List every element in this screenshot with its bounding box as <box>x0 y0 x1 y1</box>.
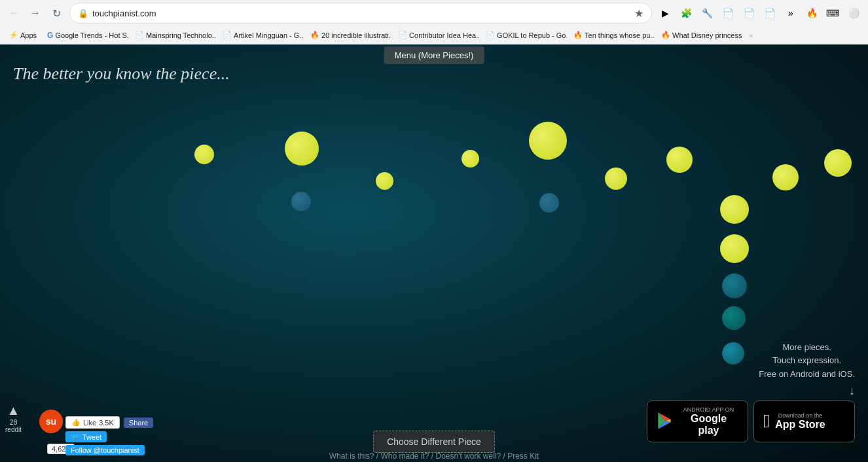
app-arrow: ↓ <box>849 384 855 398</box>
bottom-links: What is this? / Who made it? / Doesn't w… <box>329 452 539 461</box>
secure-icon: 🔒 <box>78 9 88 18</box>
fire2-icon: 🔥 <box>573 31 583 39</box>
thumbs-up-icon: 👍 <box>71 418 81 427</box>
more-tools-icon[interactable]: » <box>782 4 800 22</box>
bookmark-disney[interactable]: 🔥 What Disney princess... <box>657 29 742 41</box>
choose-piece-button[interactable]: Choose Different Piece <box>373 431 495 453</box>
bookmark-more[interactable]: » <box>745 30 757 41</box>
apps-icon: ⚡ <box>9 31 18 39</box>
note-dot-13[interactable] <box>720 234 749 263</box>
more-bookmarks-icon: » <box>749 31 753 39</box>
social-section: 👍 Like 3.5K Share 🐦 Tweet Follow @touchp… <box>65 416 153 455</box>
note-dot-6[interactable] <box>605 168 627 190</box>
social-row-3: Follow @touchpianist <box>65 445 153 455</box>
note-dot-8[interactable] <box>772 164 799 190</box>
reload-button[interactable]: ↻ <box>47 4 65 22</box>
social-row-2: 🐦 Tweet <box>65 431 153 442</box>
tool3-icon[interactable]: 📄 <box>740 4 758 22</box>
stumbleupon-button[interactable]: su <box>39 410 63 433</box>
reddit-icon: ▲ <box>7 403 20 418</box>
keyboard-icon[interactable]: ⌨ <box>823 4 842 22</box>
google-play-large-text: Google play <box>679 413 738 436</box>
nav-buttons: ← → ↻ <box>5 4 65 22</box>
tool2-icon[interactable]: 📄 <box>719 4 737 22</box>
address-bar[interactable]: 🔒 touchpianist.com ★ <box>69 3 652 24</box>
note-dot-3[interactable] <box>376 172 393 190</box>
gokil-icon: 📄 <box>486 31 495 39</box>
note-dot-14[interactable] <box>722 274 747 298</box>
google-play-small-text: ANDROID APP ON <box>679 406 738 413</box>
twitter-follow-button[interactable]: Follow @touchpianist <box>65 445 145 455</box>
extensions-icon[interactable]: 🧩 <box>677 4 695 22</box>
bookmark-mainspring[interactable]: 📄 Mainspring Technolo... <box>131 29 216 41</box>
tweet-label: Tweet <box>82 433 101 441</box>
bookmark-contributor[interactable]: 📄 Contributor Idea Hea... <box>394 29 479 41</box>
app-section: More pieces. Touch expression. Free on A… <box>647 341 855 442</box>
bookmark-gokil[interactable]: 📄 GOKIL to Repub - Go... <box>482 29 567 41</box>
google-icon: G <box>47 31 53 40</box>
url-input[interactable]: touchpianist.com <box>92 9 630 18</box>
back-button[interactable]: ← <box>5 4 24 22</box>
bookmark-apps[interactable]: ⚡ Apps <box>5 29 41 41</box>
google-play-icon <box>657 411 674 433</box>
follow-label: Follow @touchpianist <box>71 446 139 454</box>
youtube-icon[interactable]: ▶ <box>656 4 674 22</box>
tool4-icon[interactable]: 📄 <box>761 4 779 22</box>
reddit-count: 28 <box>9 418 17 426</box>
reddit-button[interactable]: ▲ 28 reddit <box>5 403 22 433</box>
bookmark-ten-things[interactable]: 🔥 Ten things whose pu... <box>570 29 655 41</box>
twitter-tweet-button[interactable]: 🐦 Tweet <box>65 431 107 442</box>
browser-chrome: ← → ↻ 🔒 touchpianist.com ★ ▶ 🧩 🔧 📄 📄 📄 »… <box>0 0 868 44</box>
note-dot-7[interactable] <box>666 147 693 173</box>
note-dot-15[interactable] <box>722 306 746 330</box>
contributor-icon: 📄 <box>398 31 407 39</box>
fire1-icon: 🔥 <box>310 31 319 39</box>
like-count: 3.5K <box>99 419 114 427</box>
note-dot-1[interactable] <box>194 145 214 164</box>
menu-button[interactable]: Menu (More Pieces!) <box>384 46 484 64</box>
fire-icon[interactable]: 🔥 <box>803 4 821 22</box>
note-dot-5[interactable] <box>529 122 567 160</box>
bookmark-20-incredible[interactable]: 🔥 20 incredible illustrati... <box>306 29 391 41</box>
app-store-button[interactable]:  Download on the App Store <box>753 400 855 442</box>
app-store-large-text: App Store <box>775 419 825 431</box>
toolbar-icons: ▶ 🧩 🔧 📄 📄 📄 » 🔥 ⌨ ⚪ <box>656 4 863 22</box>
page-content: The better you know the piece... Menu (M… <box>0 44 868 462</box>
mainspring-icon: 📄 <box>135 31 144 39</box>
app-buttons: ANDROID APP ON Google play  Download on… <box>647 400 855 442</box>
bookmark-google-trends[interactable]: G Google Trends - Hot S... <box>43 29 128 41</box>
facebook-share-button[interactable]: Share <box>124 418 153 428</box>
tagline: The better you know the piece... <box>13 64 230 84</box>
artikel-icon: 📄 <box>223 31 232 39</box>
note-dot-9[interactable] <box>824 149 852 177</box>
tool1-icon[interactable]: 🔧 <box>698 4 716 22</box>
bookmarks-bar: ⚡ Apps G Google Trends - Hot S... 📄 Main… <box>0 26 868 44</box>
bookmark-star-button[interactable]: ★ <box>634 7 643 20</box>
facebook-like-button[interactable]: 👍 Like 3.5K <box>65 416 120 429</box>
app-line3: Free on Android and iOS. <box>759 369 855 379</box>
note-dot-4[interactable] <box>461 150 479 168</box>
app-text: More pieces. Touch expression. Free on A… <box>759 341 855 382</box>
reddit-label: reddit <box>5 426 22 433</box>
forward-button[interactable]: → <box>26 4 45 22</box>
apple-icon:  <box>763 411 770 432</box>
note-dot-11[interactable] <box>539 193 559 213</box>
app-store-small-text: Download on the <box>775 412 825 419</box>
bookmark-artikel[interactable]: 📄 Artikel Mingguan - G... <box>219 29 304 41</box>
note-dot-10[interactable] <box>291 192 311 211</box>
footer-links-text: What is this? / Who made it? / Doesn't w… <box>329 452 539 461</box>
social-row-1: 👍 Like 3.5K Share <box>65 416 153 429</box>
fire3-icon: 🔥 <box>661 31 670 39</box>
share-label: Share <box>129 419 148 427</box>
browser-toolbar: ← → ↻ 🔒 touchpianist.com ★ ▶ 🧩 🔧 📄 📄 📄 »… <box>0 0 868 26</box>
app-line1: More pieces. <box>782 342 831 352</box>
circle-icon[interactable]: ⚪ <box>844 4 863 22</box>
note-dot-2[interactable] <box>285 132 319 166</box>
app-line2: Touch expression. <box>772 355 841 365</box>
twitter-bird-icon: 🐦 <box>71 433 80 441</box>
google-play-button[interactable]: ANDROID APP ON Google play <box>647 400 748 442</box>
note-dot-12[interactable] <box>720 195 749 224</box>
